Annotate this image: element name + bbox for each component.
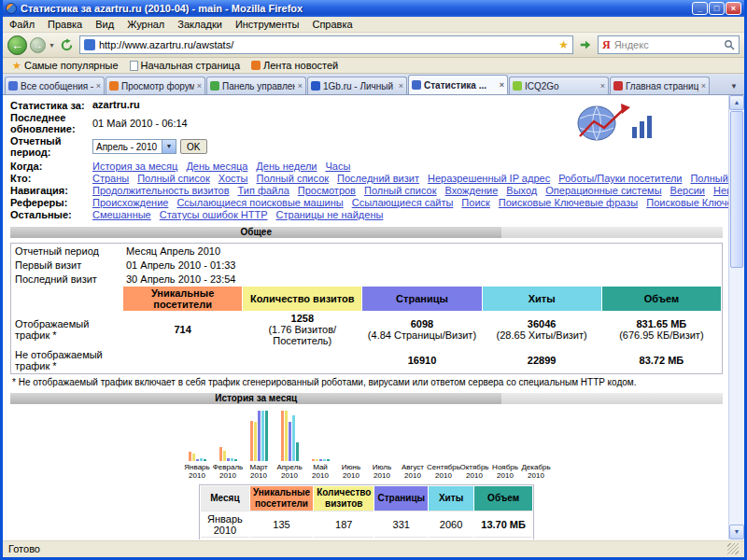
search-box[interactable]: Я Яндекс — [598, 35, 740, 54]
awstats-menu-row: Остальные:СмешанныеСтатусы ошибок HTTPСт… — [10, 209, 723, 221]
menubar-item[interactable]: Инструменты — [229, 18, 306, 31]
awstats-menu-link[interactable]: Просмотров — [298, 185, 356, 196]
chart-bars — [528, 409, 545, 461]
awstats-menu-link[interactable]: Продолжительность визитов — [92, 185, 230, 196]
awstats-menu-link[interactable]: Выход — [506, 185, 537, 196]
menubar-item[interactable]: Вид — [89, 18, 120, 31]
vertical-scrollbar[interactable]: ▲ ▼ — [728, 95, 744, 539]
menubar-item[interactable]: Файл — [3, 18, 41, 31]
menubar-item[interactable]: Журнал — [120, 18, 171, 31]
tab-close-icon[interactable]: × — [600, 81, 605, 91]
awstats-menu-link[interactable]: Хосты — [218, 173, 248, 184]
nav-toolbar: ← → ▼ http://www.azartru.ru/awstats/ ★ Я… — [3, 33, 744, 58]
tab[interactable]: Главная страница× — [610, 77, 710, 94]
menubar-item[interactable]: Справка — [305, 18, 359, 31]
chart-bar — [319, 459, 322, 461]
url-bar[interactable]: http://www.azartru.ru/awstats/ ★ — [79, 35, 573, 54]
table-cell: 331 — [374, 512, 428, 538]
scroll-down-icon[interactable]: ▼ — [729, 525, 744, 539]
tab-label: Главная страница — [626, 81, 698, 91]
bookmark-item[interactable]: Начальная страница — [125, 60, 245, 71]
select-dropdown-icon[interactable]: ▼ — [162, 140, 176, 153]
awstats-menu-link[interactable]: День месяца — [186, 161, 247, 172]
awstats-menu-link[interactable]: Страны — [92, 173, 129, 184]
tab[interactable]: Статистика ...× — [408, 75, 508, 94]
awstats-menu-link[interactable]: Страницы не найдены — [276, 209, 384, 220]
scroll-up-icon[interactable]: ▲ — [729, 95, 744, 110]
awstats-menu-link[interactable]: Полный список — [257, 173, 330, 184]
menubar-item[interactable]: Правка — [41, 18, 89, 31]
awstats-menu-link[interactable]: Ссылающиеся сайты — [352, 197, 454, 208]
chart-month-group: Апрель2010 — [275, 409, 305, 480]
summary-row-label: Отображаемый трафик * — [12, 312, 122, 347]
tab[interactable]: Просмотр форума -...× — [106, 77, 205, 94]
tab[interactable]: ICQ2Go× — [509, 77, 609, 94]
table-row: Январь 2010135187331206013.70 МБ — [201, 512, 532, 538]
awstats-menu-link[interactable]: Поисковые Ключевые слова — [646, 197, 728, 208]
awstats-menu-link[interactable]: Роботы/Пауки посетители — [558, 173, 682, 184]
maximize-button[interactable]: □ — [709, 2, 725, 15]
tab-close-icon[interactable]: × — [500, 80, 504, 90]
url-input[interactable]: http://www.azartru.ru/awstats/ — [99, 39, 555, 50]
tab-close-icon[interactable]: × — [399, 81, 403, 91]
chart-bars — [250, 409, 268, 461]
tab-close-icon[interactable]: × — [701, 81, 706, 91]
table-cell — [123, 348, 242, 372]
menubar-item[interactable]: Закладки — [171, 18, 229, 31]
tab-close-icon[interactable]: × — [298, 81, 303, 91]
awstats-menu-link[interactable]: Происхождение — [92, 197, 168, 208]
search-input[interactable]: Яндекс — [614, 39, 720, 50]
awstats-menu-links: СмешанныеСтатусы ошибок HTTPСтраницы не … — [92, 209, 723, 221]
metric-header: Уникальные посетители — [123, 287, 242, 311]
tab-close-icon[interactable]: × — [197, 81, 202, 91]
close-button[interactable]: × — [726, 2, 741, 15]
bookmark-label: Лента новостей — [263, 60, 338, 71]
chart-bar — [289, 422, 291, 461]
go-button[interactable] — [576, 35, 595, 54]
awstats-menu-link[interactable]: Статусы ошибок HTTP — [160, 209, 268, 220]
awstats-menu-link[interactable]: Неизвестный — [713, 185, 728, 196]
awstats-menu-link[interactable]: Операционные системы — [545, 185, 661, 196]
awstats-menu-link[interactable]: Последний визит — [337, 173, 419, 184]
chart-bars — [312, 409, 330, 461]
period-select[interactable]: Апрель - 2010 ▼ — [92, 139, 176, 154]
awstats-menu-link[interactable]: Поисковые Ключевые фразы — [499, 197, 638, 208]
tab[interactable]: 1Gb.ru - Личный ка...× — [307, 77, 407, 94]
bookmark-star-icon[interactable]: ★ — [558, 39, 569, 50]
chart-bar — [250, 421, 253, 461]
tab-close-icon[interactable]: × — [96, 81, 101, 91]
awstats-menu-link[interactable]: Часы — [325, 161, 350, 172]
metric-header: Объем — [602, 287, 721, 311]
scrollbar-thumb[interactable] — [730, 111, 743, 268]
awstats-menu-link[interactable]: Смешанные — [92, 209, 151, 220]
resize-grip[interactable] — [727, 543, 739, 554]
forward-button[interactable]: → — [30, 37, 46, 53]
bookmark-item[interactable]: Лента новостей — [247, 60, 343, 71]
chart-month-label: Май2010 — [312, 463, 329, 480]
back-button[interactable]: ← — [7, 35, 27, 55]
awstats-menu-link[interactable]: Вхождение — [445, 185, 499, 196]
awstats-menu-link[interactable]: Тип файла — [238, 185, 289, 196]
tab-label: Панель управлени... — [222, 81, 295, 91]
tab-list-dropdown[interactable]: ▼ — [726, 82, 742, 94]
bookmark-item[interactable]: ★Самые популярные — [7, 60, 123, 71]
tab[interactable]: Панель управлени...× — [206, 77, 306, 94]
awstats-menu-link[interactable]: Ссылающиеся поисковые машины — [176, 197, 343, 208]
awstats-menu: Когда:История за месяцДень месяцаДень не… — [10, 161, 723, 221]
history-dropdown-icon[interactable]: ▼ — [49, 42, 55, 49]
awstats-menu-link[interactable]: Полный список — [137, 173, 210, 184]
awstats-menu-link[interactable]: Полный список — [690, 173, 728, 184]
awstats-menu-link[interactable]: День недели — [256, 161, 317, 172]
awstats-menu-link[interactable]: История за месяц — [92, 161, 177, 172]
awstats-menu-link[interactable]: Полный список — [364, 185, 437, 196]
minimize-button[interactable]: _ — [692, 2, 708, 15]
awstats-menu-links: ПроисхождениеСсылающиеся поисковые машин… — [92, 197, 728, 209]
awstats-menu-link[interactable]: Версии — [670, 185, 705, 196]
ok-button[interactable]: OK — [180, 139, 206, 154]
titlebar[interactable]: Статистика за azartru.ru (2010-04) - mai… — [3, 0, 744, 17]
reload-button[interactable] — [58, 35, 77, 54]
awstats-menu-link[interactable]: Поиск — [461, 197, 489, 208]
chart-bars — [281, 409, 299, 461]
tab[interactable]: Все сообщения — ...× — [5, 77, 105, 94]
awstats-menu-link[interactable]: Неразрешенный IP адрес — [428, 173, 550, 184]
